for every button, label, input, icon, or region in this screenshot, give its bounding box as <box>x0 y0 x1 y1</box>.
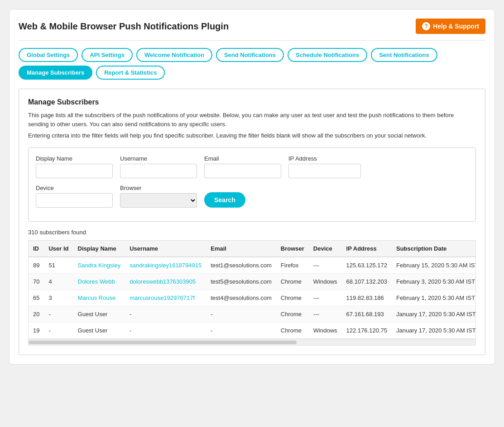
filter-box: Display Name Username Email IP Address <box>28 147 476 222</box>
display-name-link[interactable]: Marcus Rouse <box>78 294 116 301</box>
content-card: Manage Subscribers This page lists all t… <box>19 89 485 355</box>
table-row: 89 51 Sandra Kingsley sandrakingsley1618… <box>29 257 476 274</box>
tab-schedule-notifications[interactable]: Schedule Notifications <box>288 48 367 62</box>
cell-user-id: 3 <box>44 289 73 306</box>
subscribers-table-wrapper: ID User Id Display Name Username Email B… <box>28 240 476 346</box>
cell-ip: 67.161.68.193 <box>342 306 392 322</box>
cell-display-name[interactable]: Sandra Kingsley <box>73 257 125 274</box>
display-name-group: Display Name <box>36 155 113 178</box>
cell-id: 20 <box>29 306 44 322</box>
question-icon: ? <box>422 22 430 30</box>
cell-email: - <box>206 306 276 322</box>
username-label: Username <box>120 155 197 162</box>
app-title: Web & Mobile Browser Push Notifications … <box>19 21 229 32</box>
cell-id: 65 <box>29 289 44 306</box>
cell-display-name: Guest User <box>73 322 125 338</box>
col-id: ID <box>29 241 44 257</box>
cell-username[interactable]: doloreswebb1376303905 <box>125 273 206 289</box>
scrollbar-row <box>29 339 475 345</box>
search-button[interactable]: Search <box>204 192 245 208</box>
device-label: Device <box>36 185 113 191</box>
table-header-row: ID User Id Display Name Username Email B… <box>29 241 476 257</box>
section-title: Manage Subscribers <box>28 98 476 106</box>
col-username: Username <box>125 241 206 257</box>
cell-device: --- <box>309 289 342 306</box>
cell-id: 89 <box>29 257 44 274</box>
cell-username[interactable]: marcusrouse192976717f <box>125 289 206 306</box>
cell-user-id: 51 <box>44 257 73 274</box>
filter-row-2: Device Browser Chrome Firefox Safari Edg… <box>36 185 468 208</box>
cell-username[interactable]: sandrakingsley1618794915 <box>125 257 206 274</box>
username-link[interactable]: marcusrouse192976717f <box>130 294 195 301</box>
subscribers-table: ID User Id Display Name Username Email B… <box>29 241 476 339</box>
table-row: 20 - Guest User - - Chrome --- 67.161.68… <box>29 306 476 322</box>
main-card: Web & Mobile Browser Push Notifications … <box>9 9 495 365</box>
filter-row-1: Display Name Username Email IP Address <box>36 155 468 178</box>
cell-date: February 3, 2020 5:30 AM IST <box>392 273 476 289</box>
cell-date: February 15, 2020 5:30 AM IST <box>392 257 476 274</box>
nav-tabs: Global Settings API Settings Welcome Not… <box>19 48 485 80</box>
tab-sent-notifications[interactable]: Sent Notifications <box>371 48 437 62</box>
col-device: Device <box>309 241 342 257</box>
cell-user-id: - <box>44 306 73 322</box>
table-row: 19 - Guest User - - Chrome Windows 122.1… <box>29 322 476 338</box>
col-date: Subscription Date <box>392 241 476 257</box>
cell-browser: Chrome <box>276 322 309 338</box>
email-label: Email <box>204 155 281 162</box>
cell-ip: 119.82.83.186 <box>342 289 392 306</box>
cell-date: January 17, 2020 5:30 AM IST <box>392 306 476 322</box>
username-link[interactable]: sandrakingsley1618794915 <box>130 262 202 269</box>
cell-username: - <box>125 322 206 338</box>
cell-email: test4@sesolutions.com <box>206 289 276 306</box>
device-input[interactable] <box>36 193 113 208</box>
cell-browser: Firefox <box>276 257 309 274</box>
tab-manage-subscribers[interactable]: Manage Subscribers <box>19 66 92 80</box>
browser-select[interactable]: Chrome Firefox Safari Edge <box>120 193 197 208</box>
display-name-link[interactable]: Sandra Kingsley <box>78 262 121 269</box>
browser-group: Browser Chrome Firefox Safari Edge <box>120 185 197 208</box>
cell-browser: Chrome <box>276 306 309 322</box>
col-user-id: User Id <box>44 241 73 257</box>
cell-email: test5@sesolutions.com <box>206 273 276 289</box>
cell-user-id: - <box>44 322 73 338</box>
col-ip: IP Address <box>342 241 392 257</box>
cell-ip: 68.107.132.203 <box>342 273 392 289</box>
ip-input[interactable] <box>288 164 361 178</box>
cell-browser: Chrome <box>276 289 309 306</box>
col-display-name: Display Name <box>73 241 125 257</box>
table-row: 65 3 Marcus Rouse marcusrouse192976717f … <box>29 289 476 306</box>
description-2: Entering criteria into the filter fields… <box>28 131 476 140</box>
table-row: 70 4 Dolores Webb doloreswebb1376303905 … <box>29 273 476 289</box>
cell-browser: Chrome <box>276 273 309 289</box>
display-name-link[interactable]: Dolores Webb <box>78 278 115 285</box>
cell-device: --- <box>309 306 342 322</box>
cell-display-name[interactable]: Dolores Webb <box>73 273 125 289</box>
ip-group: IP Address <box>288 155 361 178</box>
help-label: Help & Support <box>433 23 479 30</box>
help-button[interactable]: ? Help & Support <box>416 19 485 34</box>
col-browser: Browser <box>276 241 309 257</box>
tab-welcome-notification[interactable]: Welcome Notification <box>136 48 212 62</box>
header-row: Web & Mobile Browser Push Notifications … <box>19 19 485 41</box>
username-link[interactable]: doloreswebb1376303905 <box>130 278 196 285</box>
display-name-input[interactable] <box>36 164 113 178</box>
tab-send-notifications[interactable]: Send Notifications <box>216 48 284 62</box>
cell-display-name[interactable]: Marcus Rouse <box>73 289 125 306</box>
cell-device: Windows <box>309 322 342 338</box>
cell-username: - <box>125 306 206 322</box>
col-email: Email <box>206 241 276 257</box>
tab-api-settings[interactable]: API Settings <box>82 48 133 62</box>
cell-date: February 1, 2020 5:30 AM IST <box>392 289 476 306</box>
cell-display-name: Guest User <box>73 306 125 322</box>
cell-date: January 17, 2020 5:30 AM IST <box>392 322 476 338</box>
cell-device: --- <box>309 257 342 274</box>
display-name-label: Display Name <box>36 155 113 162</box>
scrollbar-inner <box>29 341 297 344</box>
cell-user-id: 4 <box>44 273 73 289</box>
tab-report-statistics[interactable]: Report & Statistics <box>96 66 165 80</box>
tab-global-settings[interactable]: Global Settings <box>19 48 78 62</box>
username-input[interactable] <box>120 164 197 178</box>
results-count: 310 subscribers found <box>28 229 476 236</box>
ip-label: IP Address <box>288 155 361 162</box>
email-input[interactable] <box>204 164 281 178</box>
